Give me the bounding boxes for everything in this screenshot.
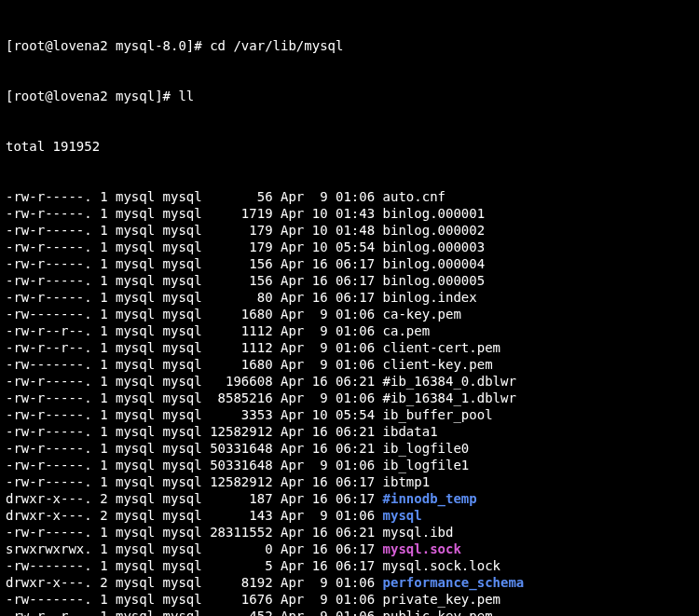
file-meta: -rw-------. 1 mysql mysql 1680 Apr 9 01:… xyxy=(6,307,383,322)
list-item: -rw-r-----. 1 mysql mysql 196608 Apr 16 … xyxy=(6,373,693,390)
file-name: mysql.sock.lock xyxy=(383,558,500,573)
shell-prompt: [root@lovena2 mysql]# xyxy=(6,89,178,103)
file-name: ca-key.pem xyxy=(383,307,461,322)
list-item: -rw-r-----. 1 mysql mysql 156 Apr 16 06:… xyxy=(6,272,693,289)
list-item: -rw-------. 1 mysql mysql 1676 Apr 9 01:… xyxy=(6,591,693,608)
file-name: client-key.pem xyxy=(383,357,493,372)
total-line: total 191952 xyxy=(6,138,693,155)
file-name: binlog.000002 xyxy=(383,223,486,238)
file-meta: srwxrwxrwx. 1 mysql mysql 0 Apr 16 06:17 xyxy=(6,541,383,556)
list-item: -rw-r-----. 1 mysql mysql 156 Apr 16 06:… xyxy=(6,255,693,272)
file-name: #ib_16384_0.dblwr xyxy=(383,374,516,389)
file-name: client-cert.pem xyxy=(383,340,500,355)
file-meta: -rw-r-----. 1 mysql mysql 156 Apr 16 06:… xyxy=(6,256,383,271)
file-meta: -rw-r-----. 1 mysql mysql 56 Apr 9 01:06 xyxy=(6,189,383,204)
list-item: drwxr-x---. 2 mysql mysql 8192 Apr 9 01:… xyxy=(6,574,693,591)
terminal[interactable]: [root@lovena2 mysql-8.0]# cd /var/lib/my… xyxy=(0,0,699,616)
file-meta: -rw-r-----. 1 mysql mysql 179 Apr 10 05:… xyxy=(6,240,383,254)
file-meta: -rw-------. 1 mysql mysql 1676 Apr 9 01:… xyxy=(6,592,383,607)
list-item: -rw-r-----. 1 mysql mysql 80 Apr 16 06:1… xyxy=(6,289,693,306)
file-name: public_key.pem xyxy=(383,609,493,616)
file-name: ibdata1 xyxy=(383,424,438,439)
file-name: ibtmp1 xyxy=(383,474,431,489)
list-item: drwxr-x---. 2 mysql mysql 187 Apr 16 06:… xyxy=(6,490,693,507)
file-meta: -rw-r-----. 1 mysql mysql 8585216 Apr 9 … xyxy=(6,390,383,405)
file-name: binlog.000003 xyxy=(383,240,486,254)
file-name: ib_logfile0 xyxy=(383,441,470,456)
file-name: performance_schema xyxy=(383,575,525,590)
file-meta: -rw-r-----. 1 mysql mysql 179 Apr 10 01:… xyxy=(6,223,383,238)
file-listing: -rw-r-----. 1 mysql mysql 56 Apr 9 01:06… xyxy=(6,188,693,616)
file-name: mysql xyxy=(383,508,422,523)
list-item: -rw-r-----. 1 mysql mysql 179 Apr 10 05:… xyxy=(6,239,693,255)
list-item: -rw-r-----. 1 mysql mysql 12582912 Apr 1… xyxy=(6,473,693,490)
file-meta: -rw-------. 1 mysql mysql 5 Apr 16 06:17 xyxy=(6,558,383,573)
command-ll: ll xyxy=(178,89,194,103)
list-item: -rw-r--r--. 1 mysql mysql 452 Apr 9 01:0… xyxy=(6,608,693,616)
list-item: -rw-r-----. 1 mysql mysql 179 Apr 10 01:… xyxy=(6,222,693,239)
list-item: srwxrwxrwx. 1 mysql mysql 0 Apr 16 06:17… xyxy=(6,541,693,557)
list-item: drwxr-x---. 2 mysql mysql 143 Apr 9 01:0… xyxy=(6,507,693,524)
file-name: private_key.pem xyxy=(383,592,500,607)
file-name: binlog.000004 xyxy=(383,256,486,271)
file-name: ca.pem xyxy=(383,323,431,338)
file-meta: -rw-r--r--. 1 mysql mysql 452 Apr 9 01:0… xyxy=(6,609,383,616)
file-meta: -rw-r-----. 1 mysql mysql 12582912 Apr 1… xyxy=(6,424,383,439)
file-name: binlog.000001 xyxy=(383,206,486,221)
list-item: -rw-r-----. 1 mysql mysql 3353 Apr 10 05… xyxy=(6,406,693,423)
file-meta: -rw-r-----. 1 mysql mysql 196608 Apr 16 … xyxy=(6,374,383,389)
file-meta: -rw-r--r--. 1 mysql mysql 1112 Apr 9 01:… xyxy=(6,340,383,355)
list-item: -rw-------. 1 mysql mysql 1680 Apr 9 01:… xyxy=(6,356,693,373)
file-name: binlog.000005 xyxy=(383,273,486,288)
file-name: binlog.index xyxy=(383,290,477,305)
file-name: mysql.sock xyxy=(383,541,461,556)
file-meta: -rw-------. 1 mysql mysql 1680 Apr 9 01:… xyxy=(6,357,383,372)
list-item: -rw-r-----. 1 mysql mysql 1719 Apr 10 01… xyxy=(6,205,693,222)
file-name: ib_buffer_pool xyxy=(383,407,493,422)
file-meta: -rw-r-----. 1 mysql mysql 80 Apr 16 06:1… xyxy=(6,290,383,305)
list-item: -rw-r-----. 1 mysql mysql 50331648 Apr 1… xyxy=(6,440,693,457)
list-item: -rw-r-----. 1 mysql mysql 8585216 Apr 9 … xyxy=(6,390,693,406)
shell-prompt: [root@lovena2 mysql-8.0]# xyxy=(6,38,210,53)
list-item: -rw-r-----. 1 mysql mysql 28311552 Apr 1… xyxy=(6,524,693,541)
command-cd: cd /var/lib/mysql xyxy=(210,38,343,53)
file-meta: -rw-r-----. 1 mysql mysql 156 Apr 16 06:… xyxy=(6,273,383,288)
prompt-line: [root@lovena2 mysql-8.0]# cd /var/lib/my… xyxy=(6,37,693,54)
list-item: -rw-------. 1 mysql mysql 1680 Apr 9 01:… xyxy=(6,306,693,322)
file-name: #ib_16384_1.dblwr xyxy=(383,390,516,405)
file-meta: -rw-r-----. 1 mysql mysql 28311552 Apr 1… xyxy=(6,525,383,540)
list-item: -rw-r--r--. 1 mysql mysql 1112 Apr 9 01:… xyxy=(6,339,693,356)
file-meta: drwxr-x---. 2 mysql mysql 8192 Apr 9 01:… xyxy=(6,575,383,590)
file-meta: -rw-r--r--. 1 mysql mysql 1112 Apr 9 01:… xyxy=(6,323,383,338)
file-meta: drwxr-x---. 2 mysql mysql 143 Apr 9 01:0… xyxy=(6,508,383,523)
list-item: -rw-------. 1 mysql mysql 5 Apr 16 06:17… xyxy=(6,557,693,574)
list-item: -rw-r-----. 1 mysql mysql 12582912 Apr 1… xyxy=(6,423,693,440)
list-item: -rw-r--r--. 1 mysql mysql 1112 Apr 9 01:… xyxy=(6,322,693,339)
file-meta: -rw-r-----. 1 mysql mysql 50331648 Apr 9… xyxy=(6,458,383,472)
file-name: ib_logfile1 xyxy=(383,458,470,472)
file-name: mysql.ibd xyxy=(383,525,454,540)
list-item: -rw-r-----. 1 mysql mysql 56 Apr 9 01:06… xyxy=(6,188,693,205)
file-meta: -rw-r-----. 1 mysql mysql 3353 Apr 10 05… xyxy=(6,407,383,422)
file-meta: drwxr-x---. 2 mysql mysql 187 Apr 16 06:… xyxy=(6,491,383,506)
prompt-line: [root@lovena2 mysql]# ll xyxy=(6,88,693,104)
file-meta: -rw-r-----. 1 mysql mysql 12582912 Apr 1… xyxy=(6,474,383,489)
file-name: auto.cnf xyxy=(383,189,445,204)
list-item: -rw-r-----. 1 mysql mysql 50331648 Apr 9… xyxy=(6,457,693,473)
file-name: #innodb_temp xyxy=(383,491,477,506)
file-meta: -rw-r-----. 1 mysql mysql 1719 Apr 10 01… xyxy=(6,206,383,221)
file-meta: -rw-r-----. 1 mysql mysql 50331648 Apr 1… xyxy=(6,441,383,456)
